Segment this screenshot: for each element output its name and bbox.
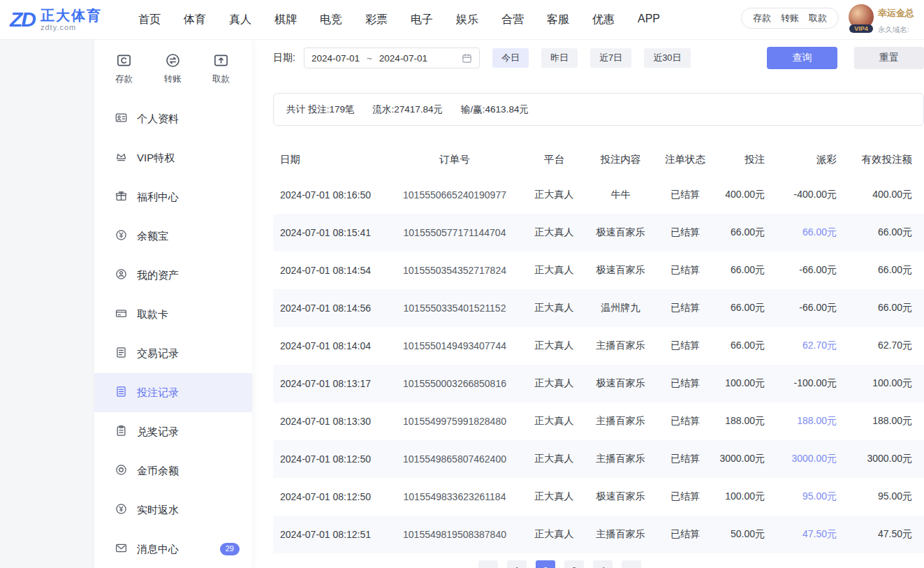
cell-valid: 95.00元 [841, 478, 924, 516]
permanent-domain-label: 永久域名: [878, 25, 914, 35]
cell-date: 2024-07-01 08:12:50 [273, 440, 388, 478]
yuan-coin-icon [115, 229, 127, 243]
sidebar-item-bet-records[interactable]: 投注记录 [94, 373, 252, 412]
sidebar-quick-actions: 存款 转账 取款 [94, 52, 252, 85]
nav-item-sports[interactable]: 体育 [184, 13, 206, 27]
nav-item-promo[interactable]: 优惠 [592, 13, 615, 27]
sidebar-item-rebate[interactable]: 实时返水 [94, 490, 252, 530]
rebate-icon [115, 503, 127, 517]
reset-button[interactable]: 重置 [854, 47, 924, 69]
quick-action-deposit[interactable]: 存款 [115, 52, 133, 85]
sidebar-item-messages[interactable]: 消息中心 29 [94, 530, 252, 568]
table-row: 2024-07-01 08:12:50 1015549833623261184 … [273, 478, 924, 516]
table-row: 2024-07-01 08:15:41 1015550577171144704 … [273, 214, 924, 252]
sidebar-item-welfare[interactable]: 福利中心 [94, 177, 252, 217]
col-header-content: 投注内容 [587, 143, 654, 176]
sidebar-item-profile[interactable]: 个人资料 [94, 99, 252, 138]
cell-date: 2024-07-01 08:12:51 [273, 516, 388, 553]
cell-payout: -400.00元 [769, 176, 841, 214]
range-30days-button[interactable]: 近30日 [644, 48, 690, 68]
page-next-button[interactable]: › [622, 560, 641, 568]
sidebar-item-yuebao[interactable]: 余额宝 [94, 217, 252, 256]
nav-item-chess[interactable]: 棋牌 [274, 13, 297, 27]
main-content: 日期: 2024-07-01 ~ 2024-07-01 今日 昨日 近7日 近3… [252, 40, 924, 568]
cell-bet: 400.00元 [717, 176, 769, 214]
page-1-button[interactable]: 1 [507, 560, 527, 568]
quick-action-transfer[interactable]: 转账 [164, 52, 182, 85]
cell-status: 已结算 [654, 289, 717, 327]
cell-valid: 47.50元 [841, 516, 924, 553]
cell-platform: 正大真人 [521, 214, 587, 252]
sidebar-item-transactions[interactable]: 交易记录 [94, 334, 252, 373]
page-4-button[interactable]: 4 [593, 560, 613, 568]
date-range-input[interactable]: 2024-07-01 ~ 2024-07-01 [304, 48, 480, 68]
cell-date: 2024-07-01 08:14:04 [273, 327, 388, 365]
id-card-icon [115, 112, 127, 126]
sidebar: 存款 转账 取款 个人资料 VIP特权 [94, 40, 252, 568]
quick-action-withdraw[interactable]: 取款 [212, 52, 230, 85]
search-button[interactable]: 查询 [767, 47, 837, 69]
page-3-button[interactable]: 3 [564, 560, 584, 568]
bet-records-icon [115, 386, 127, 400]
cell-bet: 50.00元 [717, 516, 769, 553]
col-header-date: 日期 [273, 143, 388, 176]
cell-status: 已结算 [654, 516, 717, 553]
date-label: 日期: [273, 52, 295, 64]
nav-item-lottery[interactable]: 彩票 [365, 13, 388, 27]
sidebar-item-assets[interactable]: 我的资产 [94, 256, 252, 295]
nav-item-esports[interactable]: 电竞 [320, 13, 342, 27]
nav-item-live[interactable]: 真人 [229, 13, 251, 27]
cell-payout: 47.50元 [769, 516, 841, 553]
range-yesterday-button[interactable]: 昨日 [541, 48, 578, 68]
cell-platform: 正大真人 [521, 176, 587, 214]
bet-records-table: 日期 订单号 平台 投注内容 注单状态 投注 派彩 有效投注额 2024-07-… [273, 143, 924, 553]
gold-coin-icon [115, 464, 127, 478]
nav-item-slots[interactable]: 电子 [411, 13, 433, 27]
cell-valid: 3000.00元 [841, 440, 924, 478]
cell-valid: 66.00元 [841, 289, 924, 327]
cell-order: 1015550335401521152 [388, 289, 521, 327]
cell-platform: 正大真人 [521, 516, 587, 553]
cell-status: 已结算 [654, 176, 717, 214]
header-withdraw-link[interactable]: 取款 [809, 12, 827, 24]
cell-valid: 62.70元 [841, 327, 924, 365]
sidebar-item-coin-balance[interactable]: 金币余额 [94, 451, 252, 490]
header-right: 存款 转账 取款 VIP4 幸运金总 永久域名: [741, 4, 914, 35]
user-block[interactable]: VIP4 幸运金总 永久域名: [849, 4, 914, 35]
nav-item-entertainment[interactable]: 娱乐 [456, 13, 478, 27]
nav-item-home[interactable]: 首页 [138, 13, 161, 27]
nav-item-app[interactable]: APP [638, 13, 660, 27]
range-today-button[interactable]: 今日 [492, 48, 529, 68]
gift-icon [115, 190, 127, 204]
page-prev-button[interactable]: ‹ [478, 560, 498, 568]
sidebar-item-withdraw-card[interactable]: 取款卡 [94, 295, 252, 334]
cell-platform: 正大真人 [521, 478, 587, 516]
cell-content: 主播百家乐 [587, 402, 654, 440]
topbar: ZD 正大体育 zdty.com 首页 体育 真人 棋牌 电竞 彩票 电子 娱乐… [0, 0, 924, 40]
summary-card: 共计 投注:179笔 流水:27417.84元 输/赢:4613.84元 [273, 93, 924, 126]
brand-name: 正大体育 [41, 8, 102, 23]
nav-item-service[interactable]: 客服 [547, 13, 569, 27]
header-deposit-link[interactable]: 存款 [753, 12, 771, 24]
nav-item-partnership[interactable]: 合营 [501, 13, 524, 27]
vip-badge: VIP4 [849, 24, 873, 33]
cell-content: 主播百家乐 [587, 440, 654, 478]
calendar-icon[interactable] [462, 53, 472, 64]
brand-logo[interactable]: ZD 正大体育 zdty.com [10, 8, 102, 31]
col-header-valid: 有效投注额 [841, 143, 924, 176]
mail-icon [115, 542, 127, 556]
cell-date: 2024-07-01 08:12:50 [273, 478, 388, 516]
cell-bet: 66.00元 [717, 327, 769, 365]
cell-bet: 66.00元 [717, 214, 769, 252]
cell-content: 极速百家乐 [587, 252, 654, 289]
cell-date: 2024-07-01 08:15:41 [273, 214, 388, 252]
header-transfer-link[interactable]: 转账 [781, 12, 799, 24]
sidebar-item-vip[interactable]: VIP特权 [94, 138, 252, 177]
main-nav: 首页 体育 真人 棋牌 电竞 彩票 电子 娱乐 合营 客服 优惠 APP [138, 13, 660, 27]
range-7days-button[interactable]: 近7日 [590, 48, 631, 68]
sidebar-item-redeem-records[interactable]: 兑奖记录 [94, 412, 252, 451]
page-2-button[interactable]: 2 [536, 560, 555, 568]
pagination: ‹ 1 2 3 4 › [478, 560, 924, 568]
vip-crown-icon [115, 151, 127, 165]
table-row: 2024-07-01 08:14:54 1015550354352717824 … [273, 252, 924, 289]
